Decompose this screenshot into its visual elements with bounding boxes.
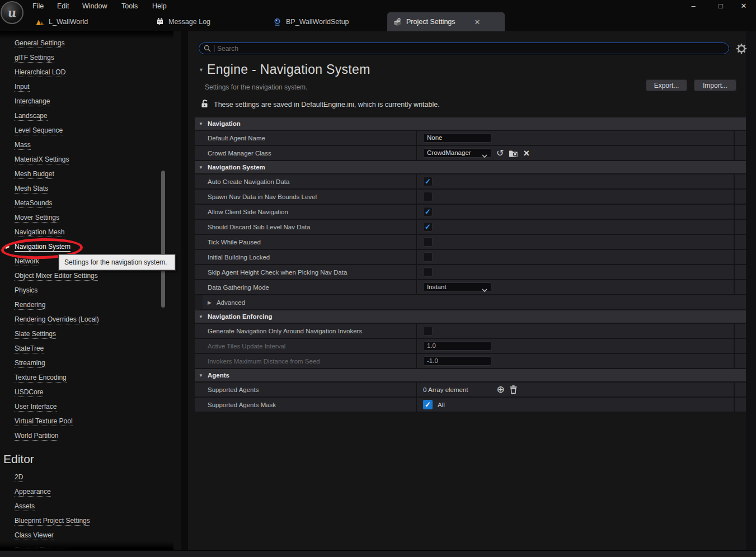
sidebar-item[interactable]: Mover Settings <box>0 211 181 225</box>
sidebar-item[interactable]: Assets <box>0 499 181 514</box>
sidebar-item[interactable]: MaterialX Settings <box>0 153 181 167</box>
sidebar-item-label: MaterialX Settings <box>15 155 69 164</box>
checkbox[interactable]: ✓ <box>423 400 433 409</box>
sidebar-item[interactable]: Streaming <box>0 356 181 371</box>
clear-icon[interactable]: × <box>523 148 529 158</box>
sidebar-item[interactable]: World Partition <box>0 429 181 443</box>
unreal-editor-window: File Edit Window Tools Help – □ ✕ u L_Wa… <box>0 0 756 557</box>
sidebar-item[interactable]: Rendering Overrides (Local) <box>0 313 181 327</box>
sidebar-item[interactable]: USDCore <box>0 385 181 400</box>
dropdown-value: CrowdManager <box>427 149 471 156</box>
checkbox[interactable]: ✓ <box>423 326 433 336</box>
menu-file[interactable]: File <box>32 2 44 10</box>
enum-dropdown[interactable]: Instant <box>423 282 491 292</box>
class-dropdown[interactable]: CrowdManager <box>423 148 491 158</box>
sidebar-item[interactable]: Rendering <box>0 298 181 313</box>
menu-edit[interactable]: Edit <box>57 2 69 10</box>
setting-value-cell: 0 Array element ⊕ <box>417 383 734 396</box>
setting-label-cell: Should Discard Sub Level Nav Data <box>195 220 417 234</box>
row-supported-agents-mask: Supported Agents Mask ✓ All <box>195 398 746 413</box>
tab-level[interactable]: L_WallWorld <box>36 12 88 31</box>
row-crowd-manager-class: Crowd Manager Class CrowdManager ↺ <box>195 146 746 161</box>
sidebar-item[interactable]: Appearance <box>0 485 181 499</box>
advanced-expander-row[interactable]: ▶ Advanced <box>195 295 746 310</box>
menu-tools[interactable]: Tools <box>121 2 138 10</box>
sidebar-item[interactable]: MetaSounds <box>0 196 181 211</box>
sidebar-item[interactable]: Navigation Mesh <box>0 225 181 240</box>
sidebar-item[interactable]: 2D <box>0 470 181 485</box>
row-supported-agents: Supported Agents 0 Array element ⊕ <box>195 383 746 398</box>
text-input[interactable]: None <box>423 133 491 143</box>
close-button[interactable]: ✕ <box>738 2 750 10</box>
sidebar-item[interactable]: Level Sequence <box>0 124 181 138</box>
tab-close-icon[interactable]: ✕ <box>475 18 481 26</box>
menu-window[interactable]: Window <box>82 2 107 10</box>
add-element-icon[interactable]: ⊕ <box>497 385 505 394</box>
row-invokers-maximum-distance: Invokers Maximum Distance from Seed -1.0 <box>195 354 746 369</box>
setting-value-cell: Instant <box>417 280 734 294</box>
check-icon: ✓ <box>425 208 431 215</box>
sidebar-item[interactable]: Physics <box>0 284 181 298</box>
checkbox[interactable]: ✓ <box>423 207 433 216</box>
setting-value-cell: ✓ <box>417 235 734 249</box>
checkbox[interactable]: ✓ <box>423 267 433 277</box>
tab-blueprint[interactable]: BP_WallWorldSetup <box>273 12 349 31</box>
tab-project-settings[interactable]: Project Settings ✕ <box>387 12 505 31</box>
sidebar-item-label: Blueprint Project Settings <box>15 517 90 526</box>
setting-label-cell: Supported Agents Mask <box>195 398 417 412</box>
checkbox[interactable]: ✓ <box>423 192 433 201</box>
sidebar-item[interactable]: Mass <box>0 138 181 153</box>
checkbox[interactable]: ✓ <box>423 252 433 262</box>
delete-all-icon[interactable] <box>510 385 517 394</box>
minimize-button[interactable]: – <box>687 2 699 10</box>
number-input[interactable]: 1.0 <box>423 341 491 351</box>
sidebar-item-label: Mass <box>15 141 31 150</box>
use-selected-icon[interactable]: ↺ <box>496 149 504 158</box>
sidebar-item[interactable]: Interchange <box>0 95 181 109</box>
sidebar-item[interactable]: Input <box>0 80 181 95</box>
section-header-agents[interactable]: ▼ Agents <box>195 369 746 383</box>
import-button[interactable]: Import... <box>694 79 736 91</box>
sidebar-item[interactable]: Object Mixer Editor Settings <box>0 269 181 284</box>
search-icon <box>204 45 211 52</box>
checkbox[interactable]: ✓ <box>423 177 433 186</box>
sidebar-item[interactable]: Hierarchical LOD <box>0 65 181 80</box>
section-header-navigation-enforcing[interactable]: ▼ Navigation Enforcing <box>195 310 746 324</box>
search-input[interactable] <box>217 45 724 53</box>
sidebar-item-label: USDCore <box>15 388 43 397</box>
sidebar-item[interactable]: Texture Encoding <box>0 371 181 385</box>
sidebar-item[interactable]: StateTree <box>0 342 181 356</box>
collapse-triangle-icon[interactable]: ▼ <box>199 67 204 73</box>
setting-label: Supported Agents Mask <box>208 402 276 408</box>
sidebar-item[interactable]: Virtual Texture Pool <box>0 414 181 429</box>
section-header-navigation-system[interactable]: ▼ Navigation System <box>195 161 746 174</box>
sidebar-item[interactable]: Blueprint Project Settings <box>0 514 181 528</box>
setting-label-cell: Supported Agents <box>195 383 417 396</box>
row-initial-building-locked: Initial Building Locked ✓ <box>195 250 746 265</box>
scroll-shadow <box>0 541 173 550</box>
message-log-icon <box>156 18 164 26</box>
section-triangle-icon: ▼ <box>199 121 203 126</box>
export-button[interactable]: Export... <box>646 79 687 91</box>
sidebar-item[interactable]: Mesh Stats <box>0 182 181 196</box>
maximize-button[interactable]: □ <box>715 2 727 10</box>
checkbox[interactable]: ✓ <box>423 237 433 247</box>
tab-message-log[interactable]: Message Log <box>156 12 210 31</box>
sidebar-item[interactable]: Landscape <box>0 109 181 124</box>
sidebar-scrollbar[interactable] <box>161 171 165 308</box>
sidebar-item[interactable]: Slate Settings <box>0 327 181 342</box>
number-input[interactable]: -1.0 <box>423 356 491 366</box>
browse-icon[interactable] <box>509 149 518 157</box>
sidebar-item[interactable]: User Interface <box>0 400 181 414</box>
search-bar[interactable] <box>199 43 729 54</box>
section-header-navigation[interactable]: ▼ Navigation <box>195 117 746 131</box>
reset-column <box>734 398 746 412</box>
setting-value-cell: CrowdManager ↺ × <box>417 146 734 160</box>
reset-column <box>734 220 746 234</box>
settings-gear-icon[interactable] <box>736 43 747 54</box>
menu-help[interactable]: Help <box>152 2 167 10</box>
checkbox[interactable]: ✓ <box>423 222 433 232</box>
sidebar-item[interactable]: Mesh Budget <box>0 167 181 182</box>
reset-column <box>734 280 746 294</box>
sidebar-item[interactable]: glTF Settings <box>0 51 181 65</box>
